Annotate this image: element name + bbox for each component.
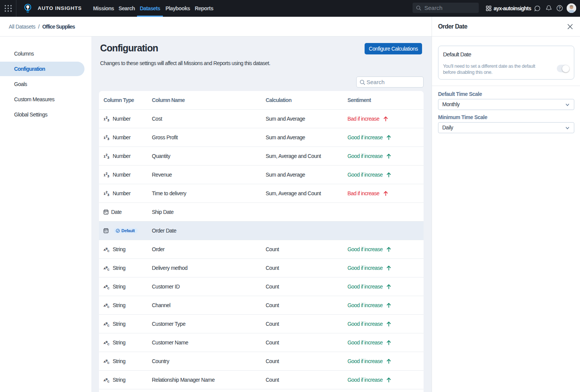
- svg-text:3: 3: [107, 156, 109, 159]
- svg-text:3: 3: [107, 193, 109, 197]
- svg-text:C: C: [107, 361, 110, 365]
- svg-text:C: C: [107, 287, 110, 290]
- svg-text:C: C: [107, 324, 110, 327]
- svg-text:C: C: [107, 380, 110, 383]
- svg-text:3: 3: [107, 137, 109, 141]
- svg-text:3: 3: [107, 174, 109, 178]
- svg-text:?: ?: [558, 6, 561, 10]
- svg-text:C: C: [107, 305, 110, 309]
- svg-text:3: 3: [107, 118, 109, 122]
- svg-text:C: C: [107, 343, 110, 346]
- svg-text:C: C: [107, 249, 110, 253]
- svg-text:C: C: [107, 268, 110, 271]
